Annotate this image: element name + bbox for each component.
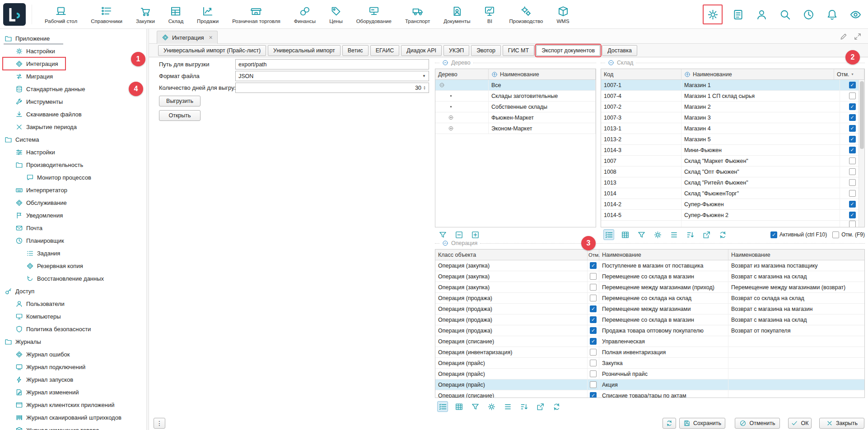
warehouse-row[interactable]: 1007-3 Магазин 3: [601, 112, 864, 123]
sidebar-splitter[interactable]: [147, 29, 149, 430]
column-header-otm[interactable]: Отм.▾: [834, 69, 864, 79]
tool-funnel-button[interactable]: [636, 229, 647, 240]
tab-close-icon[interactable]: ×: [209, 34, 213, 41]
tab-integration[interactable]: Интеграция ×: [157, 31, 218, 44]
collapse-groupbox-icon[interactable]: [442, 240, 448, 246]
save-button[interactable]: Сохранить: [679, 418, 725, 429]
vertical-scrollbar[interactable]: [859, 80, 864, 227]
sidebar-item-mail[interactable]: Почта: [0, 222, 146, 234]
minus-circle-icon[interactable]: [439, 82, 445, 88]
tool-list-button[interactable]: [668, 229, 679, 240]
top-menu-item-desktop[interactable]: Рабочий стол: [38, 5, 84, 24]
otm-checkbox[interactable]: [832, 231, 839, 238]
top-menu-item-purchases[interactable]: Закупки: [129, 5, 162, 24]
tool-list-button[interactable]: [502, 401, 513, 412]
row-checkbox[interactable]: [590, 349, 597, 356]
tool-table-button[interactable]: [453, 401, 464, 412]
operation-row[interactable]: Операция (прайс) Акция: [435, 379, 864, 390]
close-button[interactable]: Закрыть: [819, 418, 864, 429]
topbar-settings-button[interactable]: [703, 5, 723, 24]
tool-export-button[interactable]: [701, 229, 712, 240]
row-checkbox[interactable]: [849, 92, 856, 99]
tree-row[interactable]: Собственные склады: [435, 102, 596, 112]
operation-row[interactable]: Операция (списание) Списание товара/тары…: [435, 390, 864, 398]
subtab-egais[interactable]: ЕГАИС: [370, 45, 400, 56]
tool-box-minus-button[interactable]: [453, 229, 464, 240]
sidebar-item-barcode-scan-log[interactable]: Журнал сканирований штрихкодов: [0, 411, 146, 424]
top-menu-item-sales[interactable]: Продажи: [190, 5, 225, 24]
sidebar-item-connection-log[interactable]: Журнал подключений: [0, 361, 146, 373]
row-checkbox[interactable]: [590, 284, 597, 291]
column-header-name[interactable]: Наименование: [489, 69, 596, 79]
row-checkbox[interactable]: [590, 305, 597, 312]
sidebar-item-product-change-log[interactable]: Журнал изменения товара: [0, 424, 146, 430]
tool-table-button[interactable]: [620, 229, 630, 240]
sidebar-item-maintenance[interactable]: Обслуживание: [0, 196, 146, 209]
row-checkbox[interactable]: [849, 221, 856, 227]
row-checkbox[interactable]: [849, 201, 856, 208]
row-checkbox[interactable]: [849, 179, 856, 186]
row-checkbox[interactable]: [590, 327, 597, 334]
row-checkbox[interactable]: [590, 392, 597, 398]
row-checkbox[interactable]: [590, 338, 597, 345]
tool-export-button[interactable]: [535, 401, 546, 412]
operation-row[interactable]: Операция (прайс) Закупка: [435, 358, 864, 369]
sidebar-item-file-download[interactable]: Скачивание файлов: [0, 108, 146, 120]
row-checkbox[interactable]: [849, 103, 856, 110]
row-checkbox[interactable]: [849, 190, 856, 197]
row-checkbox[interactable]: [849, 125, 856, 132]
sidebar-item-data-restore[interactable]: Восстановление данных: [0, 272, 146, 285]
tree-row[interactable]: Все: [435, 80, 596, 91]
top-menu-item-warehouse[interactable]: Склад: [162, 5, 190, 24]
tool-funnel-button[interactable]: [437, 229, 448, 240]
top-menu-item-prices[interactable]: Цены: [322, 5, 350, 24]
row-checkbox[interactable]: [590, 316, 597, 323]
sidebar-item-backup[interactable]: Резервная копия: [0, 259, 146, 272]
warehouse-row[interactable]: 1014-3 Мини-Фьюжен: [601, 145, 864, 156]
row-checkbox[interactable]: [849, 212, 856, 218]
sidebar-item-tasks[interactable]: Задания: [0, 247, 146, 259]
sidebar-item-integration[interactable]: Интеграция: [0, 57, 146, 70]
subtab-vetis[interactable]: Ветис: [342, 45, 369, 56]
refresh-form-button[interactable]: [663, 418, 676, 429]
warehouse-row[interactable]: 1007-2 Магазин 2: [601, 102, 864, 112]
sidebar-item-change-log[interactable]: Журнал изменений: [0, 386, 146, 398]
row-checkbox[interactable]: [849, 147, 856, 153]
tool-sort-button[interactable]: [685, 229, 695, 240]
sidebar-item-scheduler[interactable]: Планировщик: [0, 234, 146, 247]
row-checkbox[interactable]: [849, 168, 856, 175]
active-filter-checkbox[interactable]: Активный (ctrl F10): [770, 231, 827, 238]
row-checkbox[interactable]: [590, 360, 597, 366]
subtab-evotor[interactable]: Эвотор: [471, 45, 501, 56]
tool-box-plus-button[interactable]: [470, 229, 481, 240]
warehouse-row[interactable]: 1013-1 Магазин 4: [601, 123, 864, 134]
plus-circle-icon[interactable]: [448, 125, 454, 131]
operation-row[interactable]: Операция (закупка) Поступление в магазин…: [435, 260, 864, 271]
topbar-user-button[interactable]: [753, 6, 770, 23]
column-header-object-class[interactable]: Класс объекта: [435, 250, 588, 260]
topbar-notes-button[interactable]: [730, 6, 746, 23]
warehouse-row[interactable]: 1007-4 Магазин 1 СП склад сырья: [601, 91, 864, 102]
row-checkbox[interactable]: [590, 370, 597, 377]
tree-row[interactable]: Фьюжен-Маркет: [435, 112, 596, 123]
subtab-export-documents[interactable]: Экспорт документов: [536, 45, 600, 56]
scrollbar-thumb[interactable]: [860, 81, 864, 149]
subtab-universal-import[interactable]: Универсальный импорт: [268, 45, 341, 56]
active-checkbox[interactable]: [770, 231, 777, 238]
operation-row[interactable]: Операция (продажа) Перемещение между маг…: [435, 304, 864, 314]
warehouse-row[interactable]: 1013 Склад "Ритейл Фьюжен": [601, 177, 864, 188]
subtab-delivery[interactable]: Доставка: [602, 45, 637, 56]
warehouse-row[interactable]: 1014 Склад "ФьюженТорг": [601, 188, 864, 199]
more-button[interactable]: ⋮: [154, 418, 165, 429]
row-checkbox[interactable]: [849, 136, 856, 143]
tree-row[interactable]: Склады заготовительные: [435, 91, 596, 102]
subtab-gis-mt[interactable]: ГИС МТ: [503, 45, 534, 56]
operation-row[interactable]: Операция (продажа) Продажа товара оптово…: [435, 325, 864, 336]
expand-icon[interactable]: [854, 32, 862, 41]
operation-row[interactable]: Операция (прайс) Розничный прайс: [435, 369, 864, 379]
form-input-export-path[interactable]: export/path: [235, 59, 429, 69]
top-menu-item-production[interactable]: Производство: [502, 5, 550, 24]
top-menu-item-documents[interactable]: Документы: [437, 5, 477, 24]
row-checkbox[interactable]: [849, 157, 856, 164]
operation-row[interactable]: Операция (закупка) Перемещение со склада…: [435, 271, 864, 282]
